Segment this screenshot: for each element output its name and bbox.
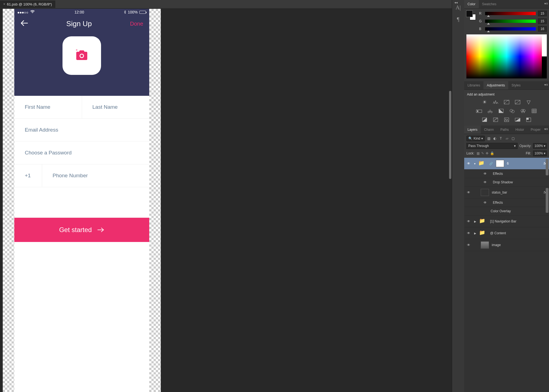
- folder-icon: 📁: [479, 230, 487, 237]
- layer-dropshadow-row[interactable]: 👁 Drop Shadow: [464, 178, 549, 187]
- disclosure-icon[interactable]: ▾: [474, 162, 475, 165]
- visibility-icon[interactable]: 👁: [467, 231, 471, 235]
- visibility-icon[interactable]: 👁: [483, 201, 488, 205]
- visibility-icon[interactable]: 👁: [467, 162, 471, 165]
- foreground-swatch[interactable]: [466, 11, 472, 17]
- filter-pixel-icon[interactable]: ▧: [487, 137, 491, 140]
- layers-scrollbar-2[interactable]: [546, 188, 548, 213]
- brightness-contrast-icon[interactable]: ☀: [481, 99, 488, 105]
- channel-mixer-icon[interactable]: [519, 108, 527, 114]
- curves-icon[interactable]: [503, 99, 510, 105]
- get-started-button[interactable]: Get started: [14, 218, 149, 242]
- canvas-scrollbar[interactable]: [449, 91, 451, 179]
- color-panel-menu-icon[interactable]: ▾≡: [544, 2, 548, 6]
- threshold-icon[interactable]: [503, 117, 510, 123]
- layer-name[interactable]: 6: [507, 162, 509, 165]
- hue-sat-icon[interactable]: [475, 108, 483, 114]
- b-slider[interactable]: [485, 27, 536, 31]
- layer-thumb[interactable]: [481, 241, 489, 249]
- document-tab[interactable]: × 61.psb @ 100% (6, RGB/8*): [0, 1, 55, 8]
- b-value-input[interactable]: 16: [538, 26, 547, 32]
- tab-history[interactable]: Histor: [512, 126, 527, 134]
- tab-styles[interactable]: Styles: [508, 81, 524, 89]
- filter-type-icon[interactable]: T: [499, 137, 503, 140]
- layer-row-statusbar[interactable]: 👁 status_bar fx: [464, 187, 549, 198]
- g-value-input[interactable]: 15: [538, 18, 547, 24]
- foreground-background-swatch[interactable]: [466, 11, 476, 20]
- filter-shape-icon[interactable]: ▱: [505, 137, 509, 140]
- nav-done-button[interactable]: Done: [130, 21, 143, 27]
- posterize-icon[interactable]: [492, 117, 499, 123]
- layer-thumb[interactable]: [481, 189, 489, 196]
- blend-mode-dropdown[interactable]: Pass Through▾: [466, 143, 518, 149]
- filter-adjustment-icon[interactable]: ◐: [493, 137, 497, 140]
- exposure-icon[interactable]: [514, 99, 521, 105]
- layer-effects-row[interactable]: 👁 Effects: [464, 170, 549, 178]
- phone-field[interactable]: Phone Number: [42, 164, 149, 187]
- vibrance-icon[interactable]: ▽: [525, 99, 532, 105]
- layer-name[interactable]: @ Content: [490, 231, 506, 235]
- visibility-icon[interactable]: 👁: [467, 219, 471, 223]
- back-arrow-icon[interactable]: [20, 19, 28, 28]
- collapse-dock-icon[interactable]: ◂◂: [454, 1, 458, 4]
- tab-color[interactable]: Color: [464, 0, 479, 8]
- tab-paths[interactable]: Paths: [497, 126, 512, 134]
- disclosure-icon[interactable]: ▶: [474, 232, 476, 235]
- black-white-icon[interactable]: [497, 108, 505, 114]
- email-field[interactable]: Email Address: [14, 119, 149, 141]
- g-slider[interactable]: [485, 20, 536, 23]
- tab-libraries[interactable]: Libraries: [464, 81, 483, 89]
- first-name-field[interactable]: First Name: [14, 96, 82, 118]
- invert-icon[interactable]: [481, 117, 488, 123]
- filter-smart-icon[interactable]: ▢: [511, 137, 515, 140]
- layers-panel-menu-icon[interactable]: ▾≡: [544, 127, 548, 131]
- visibility-icon[interactable]: 👁: [483, 180, 488, 184]
- visibility-icon[interactable]: 👁: [467, 243, 471, 247]
- lock-position-icon[interactable]: ✥: [486, 151, 488, 155]
- r-value-input[interactable]: 15: [538, 11, 547, 16]
- r-slider[interactable]: [485, 12, 536, 15]
- tab-adjustments[interactable]: Adjustments: [483, 81, 508, 89]
- tab-channels[interactable]: Chann: [481, 126, 497, 134]
- tab-properties[interactable]: Proper: [527, 126, 544, 134]
- levels-icon[interactable]: [492, 99, 499, 105]
- lock-all-icon[interactable]: 🔒: [490, 151, 494, 155]
- tab-swatches[interactable]: Swatches: [479, 0, 500, 8]
- layer-row-content[interactable]: 👁 ▶ 📁 @ Content: [464, 227, 549, 239]
- layer-name[interactable]: [1] Navigation Bar: [490, 219, 516, 223]
- country-code-field[interactable]: +1: [14, 164, 42, 187]
- opacity-input[interactable]: 100%▾: [533, 143, 547, 149]
- layers-scrollbar[interactable]: [546, 159, 548, 175]
- fill-input[interactable]: 100%▾: [533, 151, 547, 156]
- canvas[interactable]: 12:00 100% Sign Up: [0, 8, 452, 392]
- password-field[interactable]: Choose a Password: [14, 141, 149, 164]
- layer-coloroverlay-row[interactable]: Color Overlay: [464, 207, 549, 216]
- layer-name[interactable]: image: [492, 243, 501, 247]
- selective-color-icon[interactable]: [525, 117, 532, 123]
- layer-mask-thumb[interactable]: [496, 160, 504, 167]
- avatar-upload[interactable]: ×: [62, 36, 101, 75]
- color-balance-icon[interactable]: [486, 108, 494, 114]
- character-panel-icon[interactable]: A|: [456, 4, 461, 11]
- paragraph-panel-icon[interactable]: ¶: [457, 16, 459, 23]
- color-lookup-icon[interactable]: [530, 108, 538, 114]
- gradient-map-icon[interactable]: [514, 117, 521, 123]
- color-spectrum[interactable]: [466, 34, 547, 78]
- visibility-icon[interactable]: 👁: [467, 190, 471, 194]
- disclosure-icon[interactable]: ▶: [474, 220, 476, 223]
- tab-layers[interactable]: Layers: [464, 126, 481, 134]
- layer-row-navbar[interactable]: 👁 ▶ 📁 [1] Navigation Bar: [464, 216, 549, 227]
- close-tab-icon[interactable]: ×: [3, 2, 5, 6]
- layer-filter-dropdown[interactable]: 🔍 Kind ▾: [466, 136, 485, 141]
- layer-row-image[interactable]: 👁 image: [464, 239, 549, 251]
- last-name-field[interactable]: Last Name: [82, 96, 150, 118]
- layer-name[interactable]: status_bar: [492, 190, 507, 194]
- lock-pixels-icon[interactable]: ✎: [481, 151, 484, 155]
- photo-filter-icon[interactable]: [508, 108, 516, 114]
- layer-effects-row-2[interactable]: 👁 Effects: [464, 198, 549, 207]
- adjust-panel-menu-icon[interactable]: ▾≡: [544, 83, 548, 87]
- layer-row-6[interactable]: 👁 ▾ 📁 🔗 6 fx: [464, 158, 549, 170]
- visibility-icon[interactable]: 👁: [483, 172, 488, 176]
- lock-transparency-icon[interactable]: ▦: [477, 151, 480, 155]
- svg-point-7: [488, 111, 490, 113]
